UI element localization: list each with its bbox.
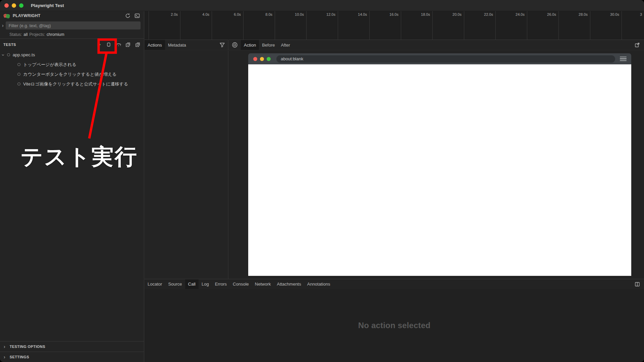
minimize-button[interactable] (12, 3, 16, 8)
timeline-gridline (495, 11, 496, 40)
annotation-label: テスト実行 (20, 142, 138, 172)
projects-value[interactable]: chromium (47, 32, 64, 37)
tab-snapshot-after[interactable]: After (278, 40, 293, 50)
browser-close-icon (253, 57, 257, 61)
actions-panel (145, 51, 228, 279)
timeline-gridline (275, 11, 275, 40)
open-external-icon[interactable] (634, 42, 641, 48)
timeline-gridline (432, 11, 433, 40)
titlebar: Playwright Test (0, 0, 644, 11)
brand-row: PLAYWRIGHT (0, 11, 144, 20)
tab-details-call[interactable]: Call (185, 279, 199, 289)
timeline-gridline (180, 11, 180, 40)
tab-actions-metadata[interactable]: Metadata (165, 40, 189, 50)
timeline-tick-label-clipped: 3 (640, 12, 644, 16)
timeline-gridline (338, 11, 338, 40)
timeline[interactable]: 2.0s4.0s6.0s8.0s10.0s12.0s14.0s16.0s18.0… (145, 11, 644, 40)
sidebar-spacer (0, 89, 144, 341)
test-status-circle-icon (17, 82, 20, 85)
filter-input[interactable] (6, 21, 141, 29)
actions-tabs: ActionsMetadata (145, 40, 189, 50)
empty-state-message: No action selected (358, 321, 431, 330)
status-value[interactable]: all (23, 32, 28, 37)
timeline-gridline (401, 11, 401, 40)
tab-details-network[interactable]: Network (252, 279, 274, 289)
test-file-row[interactable]: › app.spec.ts (0, 50, 144, 60)
timeline-tick-label: 12.0s (315, 12, 335, 16)
window-title: Playwright Test (31, 3, 64, 8)
test-file-name: app.spec.ts (13, 52, 35, 57)
tab-snapshot-before[interactable]: Before (259, 40, 278, 50)
timeline-gridline (369, 11, 370, 40)
status-label: Status: (9, 32, 22, 37)
projects-label: Projects: (29, 32, 45, 37)
timeline-gridline (464, 11, 464, 40)
expand-all-icon[interactable] (135, 41, 141, 48)
section-label: SETTINGS (10, 355, 29, 359)
test-status-circle-icon (17, 73, 20, 76)
split-view-icon[interactable] (634, 281, 641, 288)
test-case-row[interactable]: トップページが表示される (0, 60, 144, 69)
app-window: Playwright Test PLAYWRIGHT › St (0, 0, 644, 362)
sidebar-section-settings[interactable]: ›SETTINGS (0, 352, 144, 362)
collapse-all-icon[interactable] (125, 41, 131, 48)
timeline-gridline (590, 11, 590, 40)
browser-minimize-icon (260, 57, 264, 61)
tab-details-annotations[interactable]: Annotations (304, 279, 333, 289)
test-list: トップページが表示されるカウンターボタンをクリックすると値が増えるViteロゴ画… (0, 60, 144, 89)
browser-snapshot: about:blank (248, 53, 631, 276)
sidebar: PLAYWRIGHT › Status: all Projects: chrom… (0, 11, 144, 362)
tab-details-errors[interactable]: Errors (212, 279, 230, 289)
tests-header: TESTS (0, 39, 144, 50)
reload-icon[interactable] (124, 12, 131, 19)
filter-funnel-icon[interactable] (219, 42, 225, 48)
chevron-down-icon: › (1, 54, 6, 56)
browser-chrome: about:blank (248, 53, 631, 64)
hamburger-menu-icon (620, 57, 627, 61)
watch-all-eye-icon[interactable] (115, 41, 122, 48)
test-status-circle-icon (17, 63, 20, 66)
tab-details-source[interactable]: Source (165, 279, 185, 289)
timeline-tick-label: 22.0s (473, 12, 493, 16)
sidebar-section-testing-options[interactable]: ›TESTING OPTIONS (0, 341, 144, 352)
timeline-gridline (149, 11, 149, 40)
zoom-button[interactable] (19, 3, 23, 8)
timeline-gridline (622, 11, 622, 40)
actions-tabrow: ActionsMetadata (145, 40, 228, 50)
tab-details-log[interactable]: Log (199, 279, 212, 289)
stop-icon[interactable] (105, 41, 112, 48)
tab-snapshot-action[interactable]: Action (241, 40, 259, 50)
timeline-tick-label: 2.0s (158, 12, 178, 16)
test-case-label: トップページが表示される (23, 62, 76, 68)
timeline-tick-label: 16.0s (378, 12, 398, 16)
test-case-row[interactable]: カウンターボタンをクリックすると値が増える (0, 69, 144, 79)
snapshot-tabrow: ActionBeforeAfter (229, 40, 644, 50)
timeline-tick-label: 18.0s (410, 12, 430, 16)
tab-details-attachments[interactable]: Attachments (274, 279, 304, 289)
tab-details-locator[interactable]: Locator (145, 279, 165, 289)
timeline-gridline (243, 11, 244, 40)
close-button[interactable] (4, 3, 9, 8)
tests-title: TESTS (3, 43, 16, 47)
tab-actions-actions[interactable]: Actions (145, 40, 165, 50)
browser-zoom-icon (267, 57, 271, 61)
timeline-gridline (527, 11, 527, 40)
chevron-right-icon: › (4, 355, 5, 359)
tab-details-console[interactable]: Console (230, 279, 252, 289)
timeline-tick-label: 20.0s (441, 12, 462, 16)
timeline-gridline (212, 11, 212, 40)
timeline-tick-label: 24.0s (504, 12, 525, 16)
tests-toolbar (96, 41, 141, 48)
terminal-icon[interactable] (134, 12, 141, 19)
test-case-row[interactable]: Viteロゴ画像をクリックすると公式サイトに遷移する (0, 79, 144, 89)
timeline-tick-label: 28.0s (568, 12, 588, 16)
playwright-logo-icon (3, 12, 10, 19)
timeline-tick-label: 26.0s (536, 12, 556, 16)
brand-label: PLAYWRIGHT (13, 13, 41, 18)
timeline-tick-label: 14.0s (347, 12, 367, 16)
sidebar-sections: ›TESTING OPTIONS›SETTINGS (0, 341, 144, 362)
run-all-button[interactable] (96, 41, 102, 48)
pick-locator-target-icon[interactable] (231, 42, 238, 48)
timeline-gridline (558, 11, 559, 40)
chevron-right-icon[interactable]: › (2, 23, 4, 28)
